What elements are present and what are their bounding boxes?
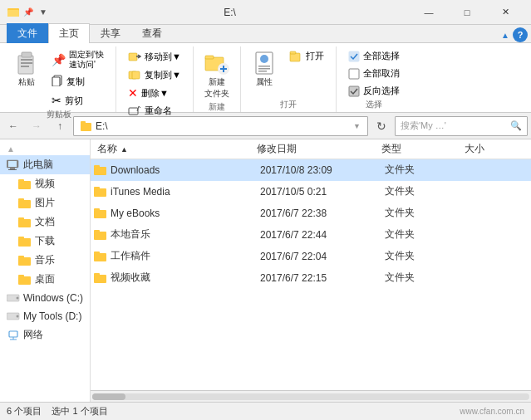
- maximize-button[interactable]: □: [448, 0, 486, 25]
- sidebar-item-pictures[interactable]: 图片: [0, 193, 90, 212]
- file-cell-type: 文件夹: [381, 183, 465, 199]
- svg-rect-55: [94, 165, 100, 168]
- file-cell-size: [465, 256, 531, 257]
- sidebar-item-downloads[interactable]: 下载: [0, 232, 90, 251]
- new-folder-button[interactable]: 新建文件夹: [200, 48, 234, 101]
- tab-view[interactable]: 查看: [131, 23, 173, 43]
- ribbon-collapse-icon[interactable]: ▲: [501, 31, 509, 40]
- svg-rect-54: [94, 167, 106, 175]
- ribbon-group-organize: 移动到▼ 复制到▼ ✕ 删除▼: [116, 46, 194, 112]
- folder-icon: [94, 272, 107, 284]
- tab-file[interactable]: 文件: [7, 23, 48, 43]
- svg-rect-62: [94, 253, 106, 261]
- help-icon[interactable]: ?: [513, 27, 528, 42]
- file-cell-size: [465, 234, 531, 236]
- search-bar[interactable]: 搜索'My …' 🔍: [395, 116, 528, 136]
- sidebar-label-this-pc: 此电脑: [23, 158, 53, 172]
- selected-count-text: 选中 1 个项目: [52, 406, 107, 416]
- copy-to-button[interactable]: 复制到▼: [123, 66, 186, 83]
- svg-rect-59: [94, 208, 100, 211]
- minimize-button[interactable]: —: [410, 0, 448, 25]
- horizontal-scrollbar[interactable]: [91, 390, 531, 402]
- file-cell-name: iTunes Media: [91, 185, 257, 198]
- open-button[interactable]: 打开: [284, 48, 329, 64]
- sidebar-item-music[interactable]: 音乐: [0, 251, 90, 270]
- select-all-label: 全部选择: [363, 50, 400, 62]
- sidebar-item-this-pc[interactable]: 此电脑: [0, 155, 90, 174]
- ribbon-group-new-content: 新建文件夹: [200, 46, 234, 101]
- copy-label: 复制: [66, 76, 85, 88]
- refresh-button[interactable]: ↻: [371, 116, 391, 136]
- sidebar-item-video[interactable]: 视频: [0, 174, 90, 193]
- svg-rect-6: [21, 62, 32, 64]
- file-cell-size: [465, 191, 531, 193]
- file-cell-size: [465, 212, 531, 214]
- up-button[interactable]: ↑: [50, 116, 70, 136]
- close-button[interactable]: ✕: [486, 0, 524, 25]
- sidebar-item-windows-c[interactable]: Windows (C:): [0, 289, 90, 307]
- table-row[interactable]: My eBooks 2017/6/7 22:38 文件夹: [91, 203, 531, 224]
- sort-arrow-icon: ▲: [120, 145, 128, 154]
- select-none-button[interactable]: 全部取消: [343, 66, 405, 81]
- tab-home[interactable]: 主页: [48, 23, 90, 43]
- paste-button[interactable]: 粘贴: [10, 48, 43, 90]
- folder-icon: [94, 208, 107, 219]
- sidebar-item-mytools-d[interactable]: My Tools (D:): [0, 307, 90, 325]
- invert-icon: [348, 85, 360, 97]
- sidebar-item-desktop[interactable]: 桌面: [0, 270, 90, 289]
- invert-selection-button[interactable]: 反向选择: [343, 83, 405, 99]
- svg-rect-13: [129, 108, 138, 115]
- svg-rect-10: [129, 53, 137, 61]
- sidebar-item-documents[interactable]: 文档: [0, 212, 90, 232]
- col-name-header[interactable]: 名称 ▲: [91, 142, 257, 156]
- copy-button[interactable]: 复制: [47, 73, 109, 90]
- file-cell-type: 文件夹: [381, 270, 465, 286]
- open-col: 打开: [284, 48, 329, 64]
- svg-point-48: [17, 297, 19, 300]
- tab-share[interactable]: 共享: [90, 23, 131, 43]
- forward-button[interactable]: →: [27, 116, 47, 136]
- select-col: 全部选择 全部取消 反向选择: [343, 48, 405, 99]
- rename-icon: [128, 105, 141, 117]
- item-count-text: 6 个项目: [7, 406, 42, 416]
- properties-label: 属性: [256, 76, 273, 88]
- folder-icon-downloads: [18, 235, 32, 248]
- folder-icon: [94, 229, 107, 241]
- cut-button[interactable]: ✂ 剪切: [47, 92, 109, 109]
- properties-button[interactable]: 属性: [248, 48, 281, 90]
- delete-button[interactable]: ✕ 删除▼: [123, 85, 186, 101]
- col-type-header[interactable]: 类型: [381, 142, 465, 156]
- svg-rect-41: [18, 238, 31, 247]
- col-size-header[interactable]: 大小: [465, 142, 531, 156]
- pin-button[interactable]: 📌 固定到'快速访问': [47, 48, 109, 71]
- address-bar[interactable]: E:\ ▼: [73, 116, 368, 136]
- open-label: 打开: [306, 50, 324, 62]
- move-to-button[interactable]: 移动到▼: [123, 48, 186, 65]
- back-button[interactable]: ←: [3, 116, 23, 136]
- table-row[interactable]: 本地音乐 2017/6/7 22:44 文件夹: [91, 224, 531, 246]
- table-row[interactable]: 工作稿件 2017/6/7 22:04 文件夹: [91, 246, 531, 267]
- table-row[interactable]: 视频收藏 2017/6/7 22:15 文件夹: [91, 267, 531, 289]
- search-icon[interactable]: 🔍: [510, 120, 522, 131]
- properties-icon: [251, 50, 278, 76]
- title-pin-icon: 📌: [22, 6, 35, 19]
- ribbon-group-organize-content: 移动到▼ 复制到▼ ✕ 删除▼: [123, 46, 186, 119]
- table-row[interactable]: Downloads 2017/10/8 23:09 文件夹: [91, 159, 531, 181]
- ribbon-group-open-content: 属性 打开: [248, 46, 329, 99]
- title-bar-icons: 📌 ▼: [7, 6, 50, 19]
- select-all-button[interactable]: 全部选择: [343, 48, 405, 64]
- svg-rect-29: [81, 123, 91, 131]
- status-bar: 6 个项目 选中 1 个项目 www.cfan.com.cn: [0, 402, 531, 420]
- address-text: E:\: [96, 120, 108, 132]
- content-split: 名称 ▲ 修改日期 类型 大小: [91, 139, 531, 390]
- copy-icon: [52, 75, 63, 89]
- toolbar: ← → ↑ E:\ ▼ ↻ 搜索'My …' 🔍: [0, 113, 531, 139]
- sidebar-item-network[interactable]: 网络: [0, 325, 90, 344]
- scrollbar-thumb[interactable]: [92, 393, 125, 400]
- pin-icon: 📌: [52, 53, 66, 66]
- table-row[interactable]: iTunes Media 2017/10/5 0:21 文件夹: [91, 181, 531, 203]
- select-none-icon: [348, 68, 360, 80]
- col-date-header[interactable]: 修改日期: [257, 142, 381, 156]
- folder-icon-desktop: [18, 273, 32, 286]
- address-dropdown-icon[interactable]: ▼: [353, 122, 361, 130]
